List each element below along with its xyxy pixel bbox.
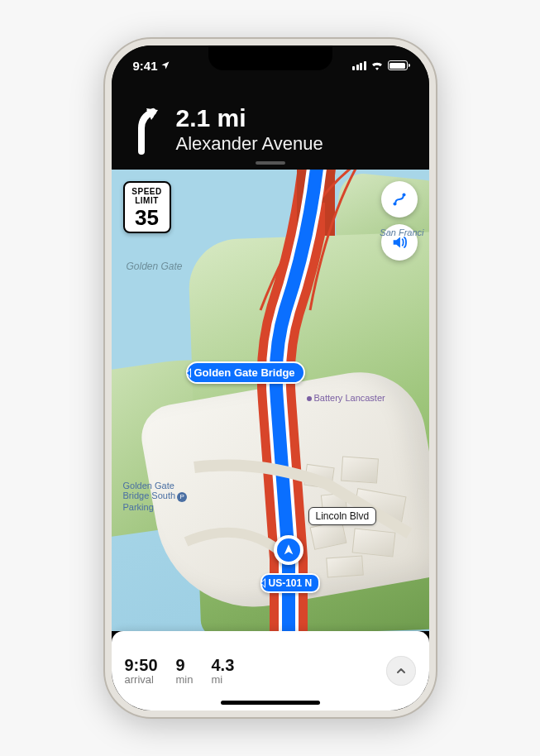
next-turn-street: Alexander Avenue (176, 133, 323, 155)
route-shield[interactable]: US-101 N (260, 573, 321, 593)
eta-minutes: 9 min (176, 656, 194, 686)
battery-icon (388, 60, 408, 70)
street-label-lincoln[interactable]: Lincoln Blvd (308, 507, 377, 525)
eta-bar[interactable]: 9:50 arrival 9 min 4.3 mi (112, 631, 429, 711)
eta-distance-value: 4.3 (211, 656, 234, 675)
eta-arrival-value: 9:50 (125, 656, 158, 675)
eta-distance: 4.3 mi (211, 656, 234, 686)
expand-eta-button[interactable] (386, 656, 416, 686)
water-label: Golden Gate (127, 261, 183, 272)
route-overview-button[interactable] (381, 181, 418, 218)
speed-limit-label-2: LIMIT (127, 197, 168, 205)
eta-arrival-label: arrival (125, 673, 158, 686)
notch (208, 45, 332, 70)
next-turn-distance: 2.1 mi (176, 104, 323, 132)
wifi-icon (370, 60, 384, 70)
current-location-puck (274, 535, 303, 565)
speed-limit-value: 35 (127, 207, 168, 228)
speed-limit-label-1: SPEED (127, 188, 168, 196)
cellular-signal-icon (352, 61, 366, 70)
home-indicator[interactable] (221, 701, 320, 705)
poi-battery-lancaster[interactable]: Battery Lancaster (307, 393, 380, 404)
iphone-frame: 9:41 2.1 mi Alexander Avenue (105, 39, 436, 717)
park-label: San Franci (380, 227, 423, 237)
poi-parking[interactable]: Golden Gate Bridge SouthP Parking (123, 481, 188, 512)
eta-minutes-label: min (176, 673, 194, 686)
speed-limit-sign: SPEED LIMIT 35 (123, 181, 171, 233)
banner-grab-handle[interactable] (256, 161, 285, 165)
eta-minutes-value: 9 (176, 656, 194, 675)
chevron-up-icon (394, 664, 408, 677)
turn-arrow-icon (128, 105, 165, 155)
location-services-icon (160, 60, 170, 70)
bridge-name-label[interactable]: Golden Gate Bridge (186, 361, 305, 384)
status-time: 9:41 (133, 59, 158, 73)
map-canvas[interactable]: SPEED LIMIT 35 Golden Gate San Franci Go… (112, 170, 429, 631)
eta-arrival: 9:50 arrival (125, 656, 158, 686)
eta-distance-label: mi (211, 673, 234, 686)
